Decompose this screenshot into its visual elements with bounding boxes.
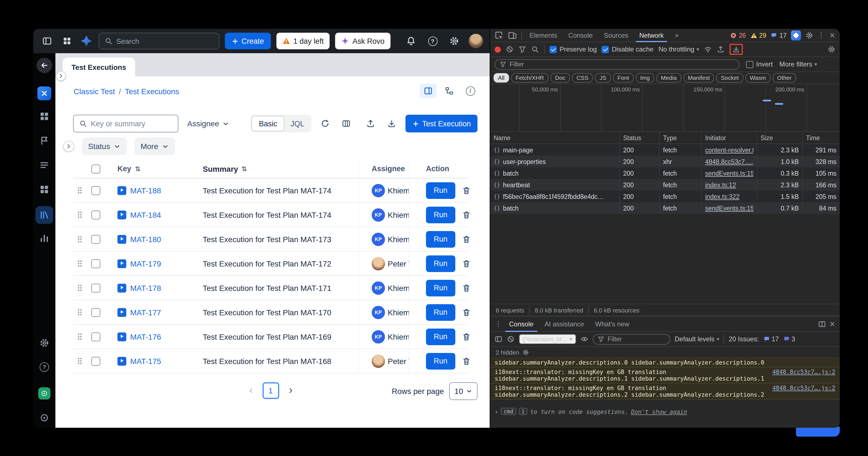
chip-fetch-xhr[interactable]: Fetch/XHR [511, 73, 548, 83]
global-search-input[interactable] [116, 37, 213, 45]
rail-item-queues[interactable] [39, 160, 49, 170]
run-button[interactable]: Run [426, 279, 455, 296]
chip-doc[interactable]: Doc [551, 73, 570, 83]
settings-button[interactable] [447, 34, 461, 48]
issue-key-link[interactable]: MAT-188 [130, 186, 161, 195]
invert-checkbox[interactable]: Invert [746, 60, 773, 68]
console-warning-message[interactable]: sidebar.summaryAnalyzer.descriptions.0 s… [490, 358, 840, 367]
run-button[interactable]: Run [426, 231, 455, 247]
rail-item-help[interactable]: ? [40, 362, 49, 372]
tab-console[interactable]: Console [565, 29, 596, 42]
network-request-row[interactable]: {}heartbeat 200 fetch index.ts:12 2.3 kB… [490, 179, 840, 191]
disable-cache-checkbox[interactable]: Disable cache [602, 45, 654, 53]
console-prompt-hint[interactable]: › cmd i to turn on code suggestions. Don… [490, 406, 840, 417]
network-request-row[interactable]: {}f56bec76aa8f8c1f4592fbdd8e4dc… 200 fet… [490, 191, 840, 202]
assignee-dropdown[interactable]: Assignee [187, 119, 229, 128]
column-header-summary[interactable]: Summary [203, 164, 238, 173]
record-button[interactable] [495, 46, 501, 52]
device-toolbar-button[interactable] [508, 31, 517, 40]
initiator-link[interactable]: 4848.8cc53c7….js:2 [705, 158, 753, 165]
basic-mode-button[interactable]: Basic [252, 116, 284, 131]
delete-button[interactable] [462, 259, 471, 268]
drag-handle[interactable] [78, 284, 82, 292]
rail-item-discover[interactable] [40, 413, 49, 422]
chip-img[interactable]: Img [636, 73, 654, 83]
previous-page-button[interactable] [247, 387, 254, 395]
column-initiator[interactable]: Initiator [702, 132, 757, 144]
rail-item-flag[interactable] [39, 136, 49, 146]
filter-toggle-button[interactable] [519, 45, 526, 53]
delete-button[interactable] [462, 235, 471, 244]
initiator-link[interactable]: sendEvents.ts:15 [705, 170, 753, 177]
row-checkbox[interactable] [91, 259, 100, 268]
run-button[interactable]: Run [426, 353, 455, 369]
console-filter-field[interactable] [593, 334, 670, 344]
drawer-tab-whats-new[interactable]: What's new [591, 316, 633, 332]
tab-network[interactable]: Network [636, 29, 667, 42]
live-expression-button[interactable] [581, 335, 588, 343]
warning-count-badge[interactable]: 29 [750, 32, 766, 38]
network-request-row[interactable]: {}main-page 200 fetch content-resolver.t… [490, 144, 840, 156]
network-filter-input[interactable] [509, 61, 735, 68]
delete-button[interactable] [462, 186, 471, 195]
error-count-badge[interactable]: 26 [730, 32, 746, 38]
source-link[interactable]: 4848.8cc53c7….js:2 [772, 368, 835, 375]
more-filters-dropdown[interactable]: More [134, 138, 175, 155]
page-1-button[interactable]: 1 [262, 382, 279, 399]
export-button[interactable] [363, 116, 378, 131]
rail-item-settings[interactable] [39, 338, 49, 348]
next-page-button[interactable] [287, 387, 294, 395]
global-search[interactable] [99, 33, 219, 49]
more-tabs-icon[interactable]: » [671, 29, 682, 42]
create-button[interactable]: Create [225, 33, 271, 49]
drag-handle[interactable] [78, 211, 82, 218]
tree-view-button[interactable] [441, 84, 458, 98]
drag-handle[interactable] [78, 187, 82, 194]
run-button[interactable]: Run [426, 304, 455, 321]
network-filter-field[interactable] [495, 59, 740, 69]
back-button[interactable] [36, 58, 52, 73]
tab-elements[interactable]: Elements [526, 29, 561, 42]
chip-socket[interactable]: Socket [716, 73, 743, 83]
rail-item-apps[interactable] [39, 111, 49, 121]
jql-mode-button[interactable]: JQL [284, 119, 310, 128]
network-timeline-overview[interactable]: 50,000 ms 100,000 ms 150,000 ms 200,000 … [490, 84, 840, 132]
chip-css[interactable]: CSS [572, 73, 593, 83]
chip-other[interactable]: Other [773, 73, 796, 83]
network-request-row[interactable]: {}batch 200 fetch sendEvents.ts:15 0.7 k… [490, 202, 840, 214]
new-test-execution-button[interactable]: Test Execution [405, 115, 477, 132]
row-checkbox[interactable] [91, 283, 100, 292]
column-name[interactable]: Name [490, 132, 620, 144]
network-request-row[interactable]: {}batch 200 fetch sendEvents.ts:15 0.3 k… [490, 167, 840, 179]
breadcrumb-parent-link[interactable]: Classic Test [74, 87, 115, 96]
preserve-log-checkbox[interactable]: Preserve log [550, 45, 597, 53]
sort-icon[interactable]: ⇅ [242, 165, 247, 173]
rail-item-test-library-active[interactable] [35, 206, 53, 224]
chip-manifest[interactable]: Manifest [683, 73, 714, 83]
delete-button[interactable] [462, 308, 471, 317]
inspect-element-button[interactable] [495, 31, 503, 40]
chip-wasm[interactable]: Wasm [745, 73, 771, 83]
tab-sources[interactable]: Sources [600, 29, 631, 42]
network-request-row[interactable]: {}user-properties 200 xhr 4848.8cc53c7….… [490, 156, 840, 167]
initiator-link[interactable]: content-resolver.tsx [705, 147, 753, 153]
console-warning-message[interactable]: i18next::translator: missingKey en_GB tr… [490, 384, 840, 399]
rows-per-page-select[interactable]: 10 [450, 382, 477, 400]
column-header-key[interactable]: Key [118, 164, 131, 173]
split-panel-button[interactable] [818, 320, 826, 328]
chip-all[interactable]: All [494, 73, 509, 83]
drag-handle[interactable] [78, 357, 82, 365]
network-conditions-button[interactable] [704, 45, 712, 53]
delete-button[interactable] [462, 283, 471, 292]
dont-show-again-link[interactable]: Don't show again [631, 408, 687, 415]
drawer-tab-console[interactable]: Console [505, 316, 537, 332]
clear-console-button[interactable] [507, 335, 515, 343]
row-checkbox[interactable] [91, 186, 100, 195]
source-link[interactable]: 4848.8cc53c7….js:2 [772, 385, 835, 391]
columns-button[interactable] [339, 116, 353, 131]
delete-button[interactable] [462, 357, 471, 365]
run-button[interactable]: Run [426, 328, 455, 345]
search-network-button[interactable] [531, 45, 539, 53]
sidebar-toggle-button[interactable] [40, 34, 54, 48]
export-har-button[interactable] [717, 45, 724, 53]
